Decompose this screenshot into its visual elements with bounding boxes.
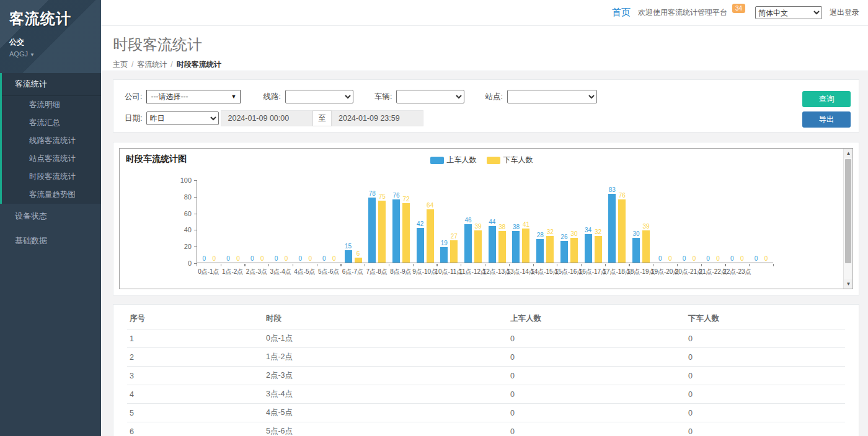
bar-value-label: 46 <box>465 217 472 224</box>
language-select[interactable]: 简体中文 <box>755 6 822 19</box>
bar <box>464 224 472 263</box>
x-axis-label <box>749 268 773 276</box>
bar <box>474 230 482 263</box>
bar-column: 0 <box>704 255 712 263</box>
bar <box>450 240 458 263</box>
table-cell: 0 <box>508 329 686 348</box>
x-axis-label: 1点-2点 <box>221 268 245 276</box>
bar-column: 76 <box>618 192 626 263</box>
bar-value-label: 72 <box>402 196 409 203</box>
org-label: 公交 <box>9 37 101 48</box>
scroll-down-arrow-icon[interactable]: ▼ <box>844 279 853 289</box>
bar-value-label: 32 <box>595 229 601 235</box>
date-from-input[interactable] <box>221 110 312 126</box>
sidebar-nav: 客流统计 客流明细客流汇总线路客流统计站点客流统计时段客流统计客流量趋势图 设备… <box>0 73 101 253</box>
sidebar-subitem-5[interactable]: 客流量趋势图 <box>2 186 101 204</box>
sidebar-submenu: 客流明细客流汇总线路客流统计站点客流统计时段客流统计客流量趋势图 <box>2 96 101 204</box>
line-select[interactable] <box>285 90 353 103</box>
sidebar-subitem-2[interactable]: 线路客流统计 <box>2 132 101 150</box>
breadcrumb-home[interactable]: 主页 <box>113 60 128 69</box>
bar-group: 4438 <box>485 180 509 263</box>
bar-value-label: 0 <box>250 255 254 262</box>
chart-scrollbar[interactable]: ▲ ▼ <box>843 149 852 289</box>
table-cell: 0 <box>508 348 686 367</box>
bar-value-label: 44 <box>489 219 495 225</box>
table-cell: 0 <box>686 348 845 367</box>
notification-badge: 34 <box>732 4 745 13</box>
scrollbar-thumb[interactable] <box>845 159 851 263</box>
sidebar-item-device-status[interactable]: 设备状态 <box>0 204 101 229</box>
company-select-value: ---请选择--- <box>151 92 188 102</box>
bar-value-label: 0 <box>332 255 336 262</box>
sidebar-item-base-data[interactable]: 基础数据 <box>0 229 101 253</box>
bar-value-label: 0 <box>213 255 216 262</box>
table-header-cell-3: 下车人数 <box>686 308 845 329</box>
export-button[interactable]: 导出 <box>802 111 851 128</box>
bar-column: 46 <box>464 217 472 263</box>
station-label: 站点: <box>485 92 502 102</box>
y-tick-label: 20 <box>120 243 192 250</box>
sidebar-subitem-4[interactable]: 时段客流统计 <box>2 168 101 186</box>
table-row: 65点-6点00 <box>127 422 845 436</box>
legend-item-1[interactable]: 下车人数 <box>487 155 533 165</box>
bar-column: 0 <box>320 255 328 263</box>
bar-value-label: 30 <box>570 230 577 237</box>
bar <box>345 250 352 263</box>
date-to-input[interactable] <box>332 110 423 126</box>
table-cell: 0 <box>508 385 686 404</box>
bar-value-label: 39 <box>642 223 649 230</box>
x-axis-label: 2点-3点 <box>245 268 269 276</box>
bar-column: 0 <box>738 255 746 263</box>
bar-value-label: 42 <box>417 220 423 227</box>
welcome-text: 欢迎使用客流统计管理平台 <box>638 7 727 18</box>
bar-column: 0 <box>234 255 242 263</box>
date-to-label: 至 <box>312 110 332 126</box>
breadcrumb: 主页/客流统计/时段客流统计 <box>113 59 868 70</box>
table-cell: 0 <box>508 422 686 436</box>
table-header-cell-0: 序号 <box>127 308 264 329</box>
scroll-up-arrow-icon[interactable]: ▲ <box>844 149 853 158</box>
user-dropdown[interactable]: AQGJ▼ <box>9 50 101 58</box>
breadcrumb-current: 时段客流统计 <box>177 60 221 69</box>
bar <box>355 258 362 263</box>
sidebar-subitem-3[interactable]: 站点客流统计 <box>2 150 101 168</box>
bar-value-label: 0 <box>275 255 278 262</box>
bar-column: 39 <box>642 223 650 263</box>
legend-item-0[interactable]: 上车人数 <box>430 155 477 165</box>
query-button[interactable]: 查询 <box>802 91 851 107</box>
y-tick-label: 100 <box>120 177 192 184</box>
vehicle-select[interactable] <box>396 90 464 103</box>
table-cell: 0 <box>686 329 845 348</box>
bar-group: 3841 <box>509 180 533 263</box>
bar-column: 83 <box>608 186 616 263</box>
bar-value-label: 0 <box>226 255 230 262</box>
bar-column: 30 <box>570 230 578 263</box>
bar-value-label: 38 <box>513 224 520 230</box>
x-axis-label: 15点-16点 <box>557 268 581 276</box>
bar-value-label: 0 <box>716 255 720 262</box>
breadcrumb-passenger-stats[interactable]: 客流统计 <box>137 60 167 69</box>
page-title: 时段客流统计 <box>113 35 868 54</box>
filter-row-2: 日期: 昨日 至 <box>125 110 859 126</box>
home-link[interactable]: 首页 <box>612 7 631 19</box>
bar-value-label: 76 <box>392 192 399 199</box>
x-axis-label: 18点-19点 <box>629 268 653 276</box>
bar-column: 6 <box>354 250 362 263</box>
sidebar-subitem-1[interactable]: 客流汇总 <box>2 114 101 132</box>
bar-value-label: 83 <box>609 186 616 193</box>
bar <box>489 226 496 263</box>
station-select[interactable] <box>507 90 597 103</box>
bar-group: 00 <box>749 180 773 263</box>
sidebar-item-passenger-stats[interactable]: 客流统计 <box>2 73 101 96</box>
y-tick-label: 40 <box>120 226 192 233</box>
bar-column: 0 <box>656 255 664 263</box>
bar-group: 7875 <box>365 180 389 263</box>
company-select[interactable]: ---请选择--- ▼ <box>146 90 241 103</box>
y-tick-label: 0 <box>120 259 192 267</box>
date-preset-select[interactable]: 昨日 <box>146 111 219 125</box>
legend-label: 下车人数 <box>503 155 533 165</box>
bar-column: 32 <box>546 229 554 263</box>
logout-link[interactable]: 退出登录 <box>830 7 859 18</box>
bar-column: 38 <box>498 224 506 263</box>
sidebar-subitem-0[interactable]: 客流明细 <box>2 96 101 114</box>
